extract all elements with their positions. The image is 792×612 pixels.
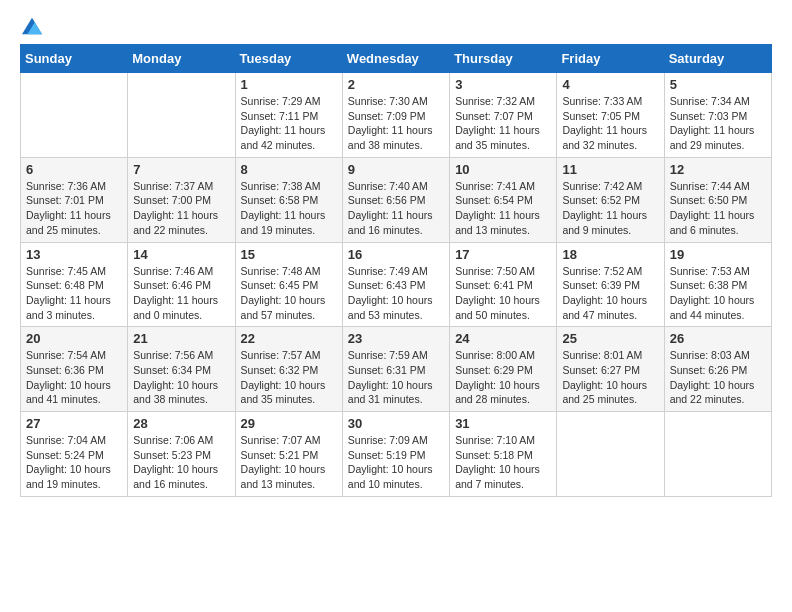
day-info: Sunrise: 7:50 AMSunset: 6:41 PMDaylight:… <box>455 264 551 323</box>
day-info: Sunrise: 7:07 AMSunset: 5:21 PMDaylight:… <box>241 433 337 492</box>
day-cell: 29Sunrise: 7:07 AMSunset: 5:21 PMDayligh… <box>235 412 342 497</box>
weekday-header-thursday: Thursday <box>450 45 557 73</box>
day-cell: 25Sunrise: 8:01 AMSunset: 6:27 PMDayligh… <box>557 327 664 412</box>
day-cell: 17Sunrise: 7:50 AMSunset: 6:41 PMDayligh… <box>450 242 557 327</box>
day-number: 4 <box>562 77 658 92</box>
calendar-table: SundayMondayTuesdayWednesdayThursdayFrid… <box>20 44 772 497</box>
day-number: 26 <box>670 331 766 346</box>
week-row-1: 1Sunrise: 7:29 AMSunset: 7:11 PMDaylight… <box>21 73 772 158</box>
day-number: 27 <box>26 416 122 431</box>
day-number: 14 <box>133 247 229 262</box>
day-cell <box>128 73 235 158</box>
day-info: Sunrise: 7:53 AMSunset: 6:38 PMDaylight:… <box>670 264 766 323</box>
day-number: 6 <box>26 162 122 177</box>
logo-area <box>20 16 42 34</box>
day-info: Sunrise: 7:09 AMSunset: 5:19 PMDaylight:… <box>348 433 444 492</box>
day-cell: 8Sunrise: 7:38 AMSunset: 6:58 PMDaylight… <box>235 157 342 242</box>
day-info: Sunrise: 7:42 AMSunset: 6:52 PMDaylight:… <box>562 179 658 238</box>
day-cell: 28Sunrise: 7:06 AMSunset: 5:23 PMDayligh… <box>128 412 235 497</box>
day-cell: 19Sunrise: 7:53 AMSunset: 6:38 PMDayligh… <box>664 242 771 327</box>
day-number: 7 <box>133 162 229 177</box>
logo-icon <box>22 16 42 36</box>
weekday-header-saturday: Saturday <box>664 45 771 73</box>
day-info: Sunrise: 7:44 AMSunset: 6:50 PMDaylight:… <box>670 179 766 238</box>
logo <box>20 16 42 36</box>
week-row-2: 6Sunrise: 7:36 AMSunset: 7:01 PMDaylight… <box>21 157 772 242</box>
day-cell: 27Sunrise: 7:04 AMSunset: 5:24 PMDayligh… <box>21 412 128 497</box>
page: SundayMondayTuesdayWednesdayThursdayFrid… <box>0 0 792 612</box>
day-info: Sunrise: 7:46 AMSunset: 6:46 PMDaylight:… <box>133 264 229 323</box>
day-info: Sunrise: 7:04 AMSunset: 5:24 PMDaylight:… <box>26 433 122 492</box>
day-info: Sunrise: 7:29 AMSunset: 7:11 PMDaylight:… <box>241 94 337 153</box>
day-cell: 14Sunrise: 7:46 AMSunset: 6:46 PMDayligh… <box>128 242 235 327</box>
day-number: 22 <box>241 331 337 346</box>
day-number: 1 <box>241 77 337 92</box>
day-info: Sunrise: 7:56 AMSunset: 6:34 PMDaylight:… <box>133 348 229 407</box>
day-cell: 24Sunrise: 8:00 AMSunset: 6:29 PMDayligh… <box>450 327 557 412</box>
day-number: 29 <box>241 416 337 431</box>
day-info: Sunrise: 8:03 AMSunset: 6:26 PMDaylight:… <box>670 348 766 407</box>
day-cell <box>21 73 128 158</box>
day-info: Sunrise: 7:48 AMSunset: 6:45 PMDaylight:… <box>241 264 337 323</box>
day-number: 19 <box>670 247 766 262</box>
day-number: 11 <box>562 162 658 177</box>
day-info: Sunrise: 7:45 AMSunset: 6:48 PMDaylight:… <box>26 264 122 323</box>
day-cell: 26Sunrise: 8:03 AMSunset: 6:26 PMDayligh… <box>664 327 771 412</box>
day-info: Sunrise: 7:59 AMSunset: 6:31 PMDaylight:… <box>348 348 444 407</box>
day-cell: 5Sunrise: 7:34 AMSunset: 7:03 PMDaylight… <box>664 73 771 158</box>
day-cell: 7Sunrise: 7:37 AMSunset: 7:00 PMDaylight… <box>128 157 235 242</box>
day-cell: 12Sunrise: 7:44 AMSunset: 6:50 PMDayligh… <box>664 157 771 242</box>
day-number: 31 <box>455 416 551 431</box>
day-number: 28 <box>133 416 229 431</box>
day-number: 5 <box>670 77 766 92</box>
day-number: 20 <box>26 331 122 346</box>
day-number: 24 <box>455 331 551 346</box>
day-cell: 10Sunrise: 7:41 AMSunset: 6:54 PMDayligh… <box>450 157 557 242</box>
day-cell: 30Sunrise: 7:09 AMSunset: 5:19 PMDayligh… <box>342 412 449 497</box>
day-info: Sunrise: 7:40 AMSunset: 6:56 PMDaylight:… <box>348 179 444 238</box>
day-cell: 22Sunrise: 7:57 AMSunset: 6:32 PMDayligh… <box>235 327 342 412</box>
day-cell: 1Sunrise: 7:29 AMSunset: 7:11 PMDaylight… <box>235 73 342 158</box>
weekday-header-monday: Monday <box>128 45 235 73</box>
day-info: Sunrise: 7:54 AMSunset: 6:36 PMDaylight:… <box>26 348 122 407</box>
day-info: Sunrise: 7:41 AMSunset: 6:54 PMDaylight:… <box>455 179 551 238</box>
day-info: Sunrise: 7:32 AMSunset: 7:07 PMDaylight:… <box>455 94 551 153</box>
weekday-header-friday: Friday <box>557 45 664 73</box>
weekday-header-wednesday: Wednesday <box>342 45 449 73</box>
day-info: Sunrise: 7:36 AMSunset: 7:01 PMDaylight:… <box>26 179 122 238</box>
day-cell: 11Sunrise: 7:42 AMSunset: 6:52 PMDayligh… <box>557 157 664 242</box>
day-cell: 18Sunrise: 7:52 AMSunset: 6:39 PMDayligh… <box>557 242 664 327</box>
weekday-header-row: SundayMondayTuesdayWednesdayThursdayFrid… <box>21 45 772 73</box>
day-info: Sunrise: 7:57 AMSunset: 6:32 PMDaylight:… <box>241 348 337 407</box>
day-cell: 16Sunrise: 7:49 AMSunset: 6:43 PMDayligh… <box>342 242 449 327</box>
week-row-3: 13Sunrise: 7:45 AMSunset: 6:48 PMDayligh… <box>21 242 772 327</box>
day-number: 2 <box>348 77 444 92</box>
week-row-5: 27Sunrise: 7:04 AMSunset: 5:24 PMDayligh… <box>21 412 772 497</box>
day-info: Sunrise: 7:49 AMSunset: 6:43 PMDaylight:… <box>348 264 444 323</box>
day-cell: 20Sunrise: 7:54 AMSunset: 6:36 PMDayligh… <box>21 327 128 412</box>
day-number: 10 <box>455 162 551 177</box>
day-info: Sunrise: 8:01 AMSunset: 6:27 PMDaylight:… <box>562 348 658 407</box>
day-info: Sunrise: 7:30 AMSunset: 7:09 PMDaylight:… <box>348 94 444 153</box>
header <box>20 16 772 34</box>
day-cell: 15Sunrise: 7:48 AMSunset: 6:45 PMDayligh… <box>235 242 342 327</box>
day-number: 30 <box>348 416 444 431</box>
day-cell <box>664 412 771 497</box>
day-cell: 21Sunrise: 7:56 AMSunset: 6:34 PMDayligh… <box>128 327 235 412</box>
day-number: 13 <box>26 247 122 262</box>
day-cell: 13Sunrise: 7:45 AMSunset: 6:48 PMDayligh… <box>21 242 128 327</box>
day-info: Sunrise: 7:52 AMSunset: 6:39 PMDaylight:… <box>562 264 658 323</box>
day-info: Sunrise: 7:34 AMSunset: 7:03 PMDaylight:… <box>670 94 766 153</box>
day-number: 17 <box>455 247 551 262</box>
day-number: 16 <box>348 247 444 262</box>
day-number: 25 <box>562 331 658 346</box>
day-cell: 23Sunrise: 7:59 AMSunset: 6:31 PMDayligh… <box>342 327 449 412</box>
day-cell: 31Sunrise: 7:10 AMSunset: 5:18 PMDayligh… <box>450 412 557 497</box>
day-number: 18 <box>562 247 658 262</box>
day-number: 15 <box>241 247 337 262</box>
day-cell: 6Sunrise: 7:36 AMSunset: 7:01 PMDaylight… <box>21 157 128 242</box>
day-number: 8 <box>241 162 337 177</box>
day-number: 3 <box>455 77 551 92</box>
week-row-4: 20Sunrise: 7:54 AMSunset: 6:36 PMDayligh… <box>21 327 772 412</box>
day-info: Sunrise: 7:10 AMSunset: 5:18 PMDaylight:… <box>455 433 551 492</box>
